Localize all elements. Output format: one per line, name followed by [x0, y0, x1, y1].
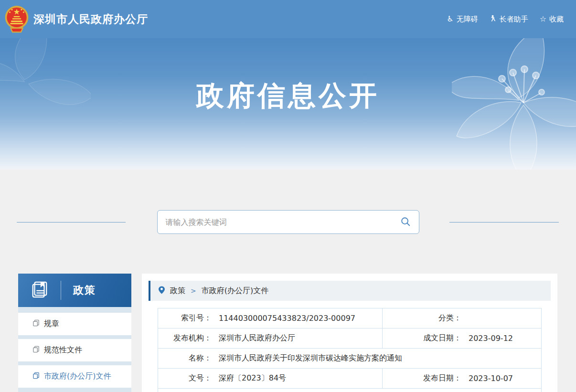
- sidebar-item-municipal-documents[interactable]: 市政府(办公厅)文件: [18, 365, 131, 388]
- site-title: 深圳市人民政府办公厅: [33, 12, 148, 27]
- table-row-stub: [158, 389, 542, 392]
- issuing-agency-value: 深圳市人民政府办公厅: [219, 333, 295, 343]
- content-panel: 政策 > 市政府(办公厅)文件 索引号： 114403000075433823/…: [142, 274, 557, 392]
- book-icon: [31, 280, 49, 300]
- breadcrumb-separator: >: [191, 287, 196, 295]
- document-icon: [32, 319, 40, 328]
- table-row: 名称： 深圳市人民政府关于印发深圳市碳达峰实施方案的通知: [158, 349, 542, 369]
- accessibility-link[interactable]: ♿ 无障碍: [447, 15, 478, 24]
- sidebar-item-label: 市政府(办公厅)文件: [44, 371, 111, 381]
- table-row: 文号： 深府〔2023〕84号 发布日期： 2023-10-07: [158, 369, 542, 389]
- search-section: [0, 210, 576, 234]
- document-number-label: 文号：: [158, 373, 212, 383]
- favorite-link[interactable]: ☆ 收藏: [540, 15, 564, 24]
- index-number-value: 114403000075433823/2023-00097: [219, 314, 355, 323]
- written-date-label: 成文日期：: [383, 333, 461, 343]
- wheelchair-icon: ♿: [447, 15, 453, 23]
- vertical-divider: [61, 281, 61, 300]
- search-button[interactable]: [400, 216, 411, 228]
- publish-date-value: 2023-10-07: [469, 374, 513, 383]
- magnifier-icon: [400, 216, 411, 228]
- banner: 政府信息公开: [0, 38, 576, 170]
- search-box: [157, 210, 419, 234]
- divider-line-left: [17, 222, 126, 222]
- sidebar-items: 规章 规范性文件 市政府(办公厅)文件: [18, 307, 131, 388]
- person-icon: [490, 15, 497, 24]
- document-name-value: 深圳市人民政府关于印发深圳市碳达峰实施方案的通知: [219, 353, 402, 363]
- index-number-label: 索引号：: [158, 313, 212, 323]
- star-outline-icon: ☆: [540, 15, 546, 23]
- location-pin-icon: [159, 286, 165, 296]
- divider-line-right: [449, 222, 559, 222]
- document-icon: [32, 372, 40, 381]
- sidebar-item-regulations[interactable]: 规章: [18, 313, 131, 335]
- document-metadata-table: 索引号： 114403000075433823/2023-00097 分类： 发…: [158, 308, 542, 392]
- sidebar-item-label: 规章: [44, 319, 59, 329]
- breadcrumb: 政策 > 市政府(办公厅)文件: [149, 281, 551, 301]
- national-emblem-icon: [4, 5, 30, 33]
- main-area: 政策 规章 规范性文件: [0, 274, 576, 392]
- document-name-label: 名称：: [158, 353, 212, 363]
- category-label: 分类：: [383, 313, 461, 323]
- elder-assist-link[interactable]: 长者助手: [490, 15, 528, 24]
- written-date-value: 2023-09-12: [469, 334, 513, 343]
- document-number-value: 深府〔2023〕84号: [219, 373, 286, 383]
- sidebar-item-label: 规范性文件: [44, 345, 82, 355]
- breadcrumb-item-policy[interactable]: 政策: [170, 286, 185, 296]
- document-icon: [32, 346, 40, 355]
- publish-date-label: 发布日期：: [383, 373, 461, 383]
- issuing-agency-label: 发布机构：: [158, 333, 212, 343]
- sidebar-item-normative-documents[interactable]: 规范性文件: [18, 339, 131, 361]
- header-links: ♿ 无障碍 长者助手 ☆ 收藏: [447, 15, 564, 24]
- page-title: 政府信息公开: [0, 38, 576, 115]
- sidebar-title: 政策: [73, 283, 96, 297]
- table-row: 索引号： 114403000075433823/2023-00097 分类：: [158, 308, 542, 328]
- search-input[interactable]: [166, 218, 400, 227]
- top-header: 深圳市人民政府办公厅 ♿ 无障碍 长者助手 ☆ 收藏: [0, 0, 576, 38]
- breadcrumb-item-current[interactable]: 市政府(办公厅)文件: [202, 286, 268, 296]
- sidebar: 政策 规章 规范性文件: [18, 274, 131, 392]
- table-row: 发布机构： 深圳市人民政府办公厅 成文日期： 2023-09-12: [158, 328, 542, 349]
- sidebar-header: 政策: [18, 274, 131, 307]
